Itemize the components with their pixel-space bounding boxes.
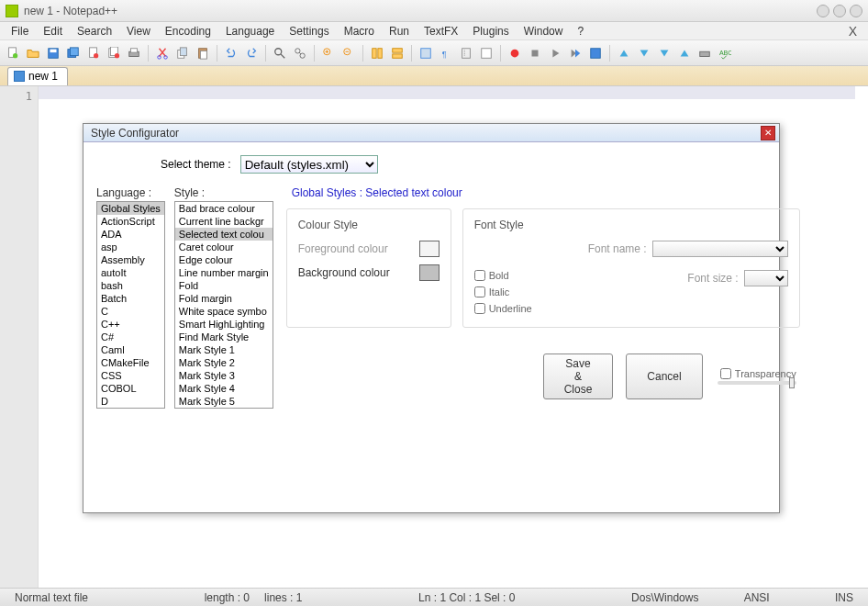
- language-option[interactable]: ADA: [97, 228, 164, 241]
- paste-icon[interactable]: [194, 44, 212, 62]
- language-option[interactable]: asp: [97, 241, 164, 253]
- zoom-out-icon[interactable]: [339, 44, 358, 62]
- menu-search[interactable]: Search: [70, 23, 119, 39]
- play-icon[interactable]: [546, 44, 564, 62]
- language-option[interactable]: COBOL: [97, 382, 164, 395]
- wrap-icon[interactable]: [417, 44, 435, 62]
- italic-checkbox[interactable]: Italic: [474, 286, 532, 297]
- menu-view[interactable]: View: [119, 23, 158, 39]
- language-option[interactable]: Caml: [97, 343, 164, 356]
- style-option[interactable]: Line number margin: [175, 266, 273, 279]
- find-icon[interactable]: [271, 44, 289, 62]
- minimize-button[interactable]: [817, 5, 829, 17]
- sync-v-icon[interactable]: [368, 44, 386, 62]
- mdi-close-icon[interactable]: X: [841, 24, 864, 39]
- language-option[interactable]: D: [97, 395, 164, 408]
- style-listbox[interactable]: Bad brace colourCurrent line backgrSelec…: [174, 201, 273, 409]
- language-listbox[interactable]: Global StylesActionScriptADAaspAssemblya…: [96, 201, 165, 409]
- tri-up-icon[interactable]: [635, 44, 653, 62]
- style-option[interactable]: Caret colour: [175, 241, 273, 253]
- undo-icon[interactable]: [222, 44, 240, 62]
- redo-icon[interactable]: [242, 44, 261, 62]
- style-option[interactable]: Selected text colou: [175, 228, 273, 241]
- save-macro-icon[interactable]: [586, 44, 605, 62]
- style-option[interactable]: Mark Style 2: [175, 356, 273, 369]
- style-option[interactable]: Bad brace colour: [175, 202, 273, 215]
- open-file-icon[interactable]: [24, 44, 42, 62]
- language-option[interactable]: ActionScript: [97, 215, 164, 228]
- zoom-in-icon[interactable]: [319, 44, 338, 62]
- tri-down-icon[interactable]: [655, 44, 673, 62]
- language-option[interactable]: DIFF: [97, 408, 164, 409]
- print-icon[interactable]: [125, 44, 143, 62]
- theme-select[interactable]: Default (styles.xml): [240, 155, 378, 174]
- bold-checkbox[interactable]: Bold: [474, 270, 532, 281]
- underline-checkbox[interactable]: Underline: [474, 303, 532, 314]
- transparency-slider[interactable]: [718, 381, 796, 385]
- fg-swatch[interactable]: [419, 241, 440, 257]
- menu-language[interactable]: Language: [218, 23, 282, 39]
- close-button[interactable]: [850, 5, 862, 17]
- show-all-icon[interactable]: ¶: [437, 44, 455, 62]
- style-option[interactable]: Edge colour: [175, 253, 273, 266]
- menu-run[interactable]: Run: [382, 23, 417, 39]
- language-option[interactable]: Global Styles: [97, 202, 164, 215]
- sync-h-icon[interactable]: [388, 44, 406, 62]
- language-option[interactable]: autoIt: [97, 266, 164, 279]
- save-all-icon[interactable]: [64, 44, 83, 62]
- indent-guide-icon[interactable]: [457, 44, 475, 62]
- cancel-button[interactable]: Cancel: [626, 354, 702, 399]
- menu-file[interactable]: File: [4, 23, 36, 39]
- play-multi-icon[interactable]: [566, 44, 584, 62]
- style-option[interactable]: Mark Style 3: [175, 369, 273, 382]
- save-icon[interactable]: [44, 44, 62, 62]
- menu-textfx[interactable]: TextFX: [417, 23, 465, 39]
- tri-right-icon[interactable]: [675, 44, 694, 62]
- tab-new1[interactable]: new 1: [7, 67, 68, 85]
- menu-macro[interactable]: Macro: [337, 23, 382, 39]
- dialog-close-icon[interactable]: ✕: [761, 126, 775, 140]
- close-file-icon[interactable]: [84, 44, 103, 62]
- cut-icon[interactable]: [153, 44, 172, 62]
- style-option[interactable]: Smart HighLighting: [175, 318, 273, 331]
- language-option[interactable]: CMakeFile: [97, 356, 164, 369]
- user-lang-icon[interactable]: [477, 44, 495, 62]
- language-option[interactable]: C: [97, 305, 164, 318]
- menu-settings[interactable]: Settings: [282, 23, 336, 39]
- new-file-icon[interactable]: [4, 44, 22, 62]
- maximize-button[interactable]: [833, 5, 846, 17]
- menu-edit[interactable]: Edit: [36, 23, 70, 39]
- menu-encoding[interactable]: Encoding: [158, 23, 218, 39]
- style-option[interactable]: Fold margin: [175, 292, 273, 305]
- stop-icon[interactable]: [526, 44, 544, 62]
- style-option[interactable]: Fold: [175, 279, 273, 292]
- record-icon[interactable]: [506, 44, 524, 62]
- language-option[interactable]: Assembly: [97, 253, 164, 266]
- replace-icon[interactable]: [291, 44, 309, 62]
- tri-left-icon[interactable]: [615, 44, 633, 62]
- language-option[interactable]: bash: [97, 279, 164, 292]
- bg-swatch[interactable]: [419, 264, 440, 281]
- menu-help[interactable]: ?: [570, 23, 591, 39]
- print2-icon[interactable]: [696, 44, 714, 62]
- menu-plugins[interactable]: Plugins: [465, 23, 516, 39]
- dialog-titlebar[interactable]: Style Configurator ✕: [83, 124, 779, 142]
- close-all-icon[interactable]: [105, 44, 123, 62]
- language-option[interactable]: Batch: [97, 292, 164, 305]
- transparency-checkbox[interactable]: Transparency: [720, 368, 796, 379]
- menu-window[interactable]: Window: [517, 23, 571, 39]
- style-option[interactable]: Mark Style 4: [175, 382, 273, 395]
- copy-icon[interactable]: [173, 44, 192, 62]
- save-close-button[interactable]: Save & Close: [543, 354, 614, 399]
- style-option[interactable]: Find Mark Style: [175, 331, 273, 343]
- style-option[interactable]: White space symbo: [175, 305, 273, 318]
- fontsize-select[interactable]: [744, 270, 788, 286]
- language-option[interactable]: CSS: [97, 369, 164, 382]
- language-option[interactable]: C++: [97, 318, 164, 331]
- style-option[interactable]: Current line backgr: [175, 215, 273, 228]
- style-option[interactable]: Mark Style 5: [175, 395, 273, 408]
- language-option[interactable]: C#: [97, 331, 164, 343]
- fontname-select[interactable]: [652, 241, 788, 257]
- style-option[interactable]: Incremental highlig: [175, 408, 273, 409]
- spellcheck-icon[interactable]: ABC: [716, 44, 734, 62]
